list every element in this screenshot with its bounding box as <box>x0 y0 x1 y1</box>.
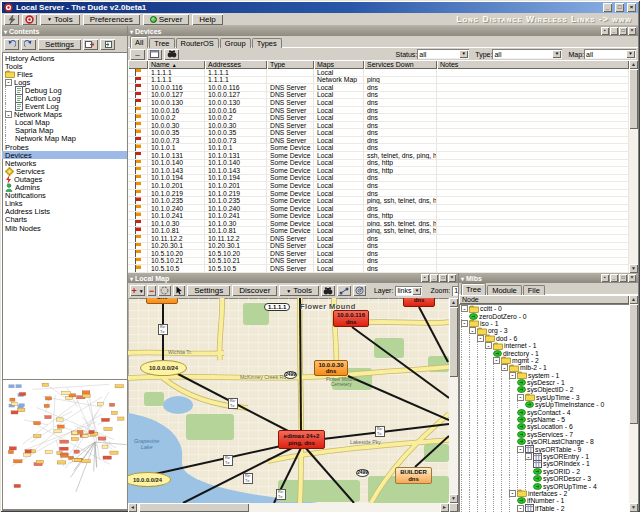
device-row[interactable]: 10.1.0.110.1.0.1Some DeviceLocaldns <box>128 144 629 152</box>
mibs-scrollbar[interactable]: ▲ ▼ <box>629 295 638 512</box>
panel-caret-icon[interactable]: ▾ <box>130 28 133 35</box>
mibs-tab-file[interactable]: File <box>523 285 545 295</box>
device-row[interactable]: 10.5.10.510.5.10.5DNS ServerLocaldns <box>128 265 629 273</box>
layer-select[interactable]: links▼ <box>395 286 422 296</box>
map-find-button[interactable] <box>321 285 335 296</box>
collapse-toggle[interactable]: - <box>525 453 532 460</box>
collapse-toggle[interactable]: - <box>509 372 516 379</box>
collapse-toggle[interactable]: - <box>5 111 12 118</box>
link-stats-badge[interactable]: Rx:Tx: <box>375 426 385 437</box>
link-stats-badge[interactable]: Rx:Tx: <box>243 473 253 484</box>
scroll-left-button[interactable]: ◄ <box>128 503 137 512</box>
device-row[interactable]: 10.1.0.13110.1.0.131Some DeviceLocalssh,… <box>128 152 629 160</box>
dude-logo-button[interactable] <box>22 14 37 25</box>
device-row[interactable]: 10.1.0.23510.1.0.235Some DeviceLocalping… <box>128 197 629 205</box>
link-stats-badge[interactable]: Rx:Tx: <box>223 455 233 466</box>
network-cloud-10-0-0-0-24[interactable]: 10.0.0.0/24 <box>140 360 187 376</box>
close-panel-button[interactable]: × <box>628 27 636 35</box>
mib-node-sysordescr-3[interactable]: sysORDescr - 3 <box>459 475 629 482</box>
minimap-preview[interactable] <box>2 379 128 510</box>
maximize-panel-button[interactable]: □ <box>619 27 627 35</box>
map-canvas[interactable]: Flower MoundWichita Tr.McKinney Creek Rd… <box>128 298 449 503</box>
select-tool-button[interactable] <box>173 285 185 296</box>
mib-node-sysname-5[interactable]: sysName - 5 <box>459 416 629 423</box>
device-row[interactable]: 10.0.0.3510.0.0.35DNS ServerLocaldns <box>128 129 629 137</box>
mib-node-interfaces-2[interactable]: -interfaces - 2 <box>459 490 629 497</box>
mib-node-sysorindex-1[interactable]: sysORIndex - 1 <box>459 460 629 467</box>
device-row[interactable]: 10.0.0.7310.0.0.73DNS ServerLocaldns <box>128 137 629 145</box>
map-node-1-1-1-1[interactable]: 1.1.1.1 <box>264 303 290 311</box>
undo-button[interactable] <box>4 39 19 50</box>
mib-node-iftable-2[interactable]: -ifTable - 2 <box>459 505 629 512</box>
devices-tab-group[interactable]: Group <box>220 38 251 48</box>
maximize-panel-button[interactable]: □ <box>619 274 627 282</box>
help-button[interactable]: Help <box>192 14 222 25</box>
minimize-panel-button[interactable]: _ <box>610 27 618 35</box>
collapse-toggle[interactable]: - <box>461 305 468 312</box>
device-row[interactable]: 10.0.0.210.0.0.2DNS ServerLocaldns <box>128 114 629 122</box>
scroll-right-button[interactable]: ► <box>440 503 449 512</box>
mib-node-syslocation-6[interactable]: sysLocation - 6 <box>459 423 629 430</box>
device-row[interactable]: 1.1.1.11.1.1.1Local <box>128 69 629 77</box>
scroll-down-button[interactable]: ▼ <box>629 503 638 512</box>
devices-scrollbar[interactable]: ▲ ▼ <box>629 60 638 273</box>
scroll-thumb[interactable] <box>139 503 249 512</box>
mib-node-mib-2-1[interactable]: -mib-2 - 1 <box>459 364 629 371</box>
find-button[interactable] <box>164 49 179 60</box>
device-row[interactable]: 10.0.0.3010.0.0.30DNS ServerLocaldns <box>128 122 629 130</box>
device-row[interactable]: 10.20.30.110.20.30.1DNS ServerLocaldns <box>128 243 629 251</box>
dropdown-button[interactable]: ▼ <box>459 50 468 58</box>
close-panel-button[interactable]: × <box>448 274 456 282</box>
minimize-panel-button[interactable]: _ <box>430 274 438 282</box>
devices-tab-all[interactable]: All <box>130 36 148 48</box>
column-header-maps[interactable]: Maps <box>314 60 364 69</box>
mib-node-internet-1[interactable]: -internet - 1 <box>459 342 629 349</box>
link-stats-badge[interactable]: Rx:Tx: <box>228 398 238 409</box>
mib-node-directory-1[interactable]: directory - 1 <box>459 349 629 356</box>
collapse-toggle[interactable]: - <box>501 364 508 371</box>
import-button[interactable] <box>100 39 115 50</box>
remove-button[interactable]: – <box>130 49 145 60</box>
device-row[interactable]: 10.0.0.1610.0.0.16DNS ServerLocaldns <box>128 107 629 115</box>
map-node-dns[interactable]: dns <box>403 298 435 307</box>
scroll-up-button[interactable]: ▲ <box>629 60 638 69</box>
mib-node-sysobjectid-2[interactable]: sysObjectID - 2 <box>459 386 629 393</box>
device-row[interactable]: 10.1.0.24110.1.0.241Some DeviceLocaldns,… <box>128 212 629 220</box>
mib-node-ccitt-0[interactable]: -ccitt - 0 <box>459 305 629 312</box>
map-settings-button[interactable]: Settings <box>187 285 230 296</box>
device-row[interactable]: 10.1.0.19410.1.0.194Some DeviceLocaldns <box>128 175 629 183</box>
scroll-thumb[interactable] <box>629 69 638 129</box>
map-node-10-0-0-30[interactable]: 10.0.0.30dns <box>314 360 348 376</box>
column-header-services-down[interactable]: Services Down <box>364 60 437 69</box>
device-row[interactable]: 10.5.10.2110.5.10.21DNS ServerLocaldns <box>128 258 629 266</box>
collapse-toggle[interactable]: - <box>517 394 524 401</box>
minimize-panel-button[interactable]: _ <box>610 274 618 282</box>
scroll-up-button[interactable]: ▲ <box>629 295 638 304</box>
map-node-edimax-24-2[interactable]: edimax 24+2ping, dns <box>278 430 325 449</box>
device-row[interactable]: 10.0.0.11610.0.0.116DNS ServerLocaldns <box>128 84 629 92</box>
map-hscrollbar[interactable]: ◄ ► <box>128 503 449 512</box>
mib-node-sysoruptime-4[interactable]: sysORUpTime - 4 <box>459 482 629 489</box>
filter-select-map[interactable]: all▼ <box>584 49 636 59</box>
device-row[interactable]: 10.11.12.210.11.12.2DNS ServerLocaldns <box>128 235 629 243</box>
scroll-down-button[interactable]: ▼ <box>629 264 638 273</box>
panel-layout-button[interactable] <box>147 49 162 60</box>
column-header-name[interactable]: Name▲ <box>148 60 205 69</box>
radar-button[interactable] <box>353 285 366 296</box>
remove-node-button[interactable]: − <box>147 285 156 296</box>
link-stats-badge[interactable]: Rx:Tx: <box>276 489 286 500</box>
mib-node-sysorid-2[interactable]: sysORID - 2 <box>459 468 629 475</box>
pin-button[interactable]: ▪ <box>601 27 609 35</box>
minimize-button[interactable]: _ <box>603 3 612 12</box>
collapse-toggle[interactable]: - <box>469 327 476 334</box>
mib-node-sysdescr-1[interactable]: sysDescr - 1 <box>459 379 629 386</box>
dropdown-button[interactable]: ▼ <box>552 50 561 58</box>
device-row[interactable]: 10.1.0.14310.1.0.143Some DeviceLocaldns,… <box>128 167 629 175</box>
close-panel-button[interactable]: × <box>628 274 636 282</box>
mib-node-dod-6[interactable]: -dod - 6 <box>459 335 629 342</box>
column-header-addresses[interactable]: Addresses <box>205 60 267 69</box>
connect-button[interactable] <box>4 14 19 25</box>
mib-node-system-1[interactable]: -system - 1 <box>459 372 629 379</box>
collapse-toggle[interactable]: - <box>485 342 492 349</box>
panel-caret-icon[interactable]: ▾ <box>130 275 133 282</box>
